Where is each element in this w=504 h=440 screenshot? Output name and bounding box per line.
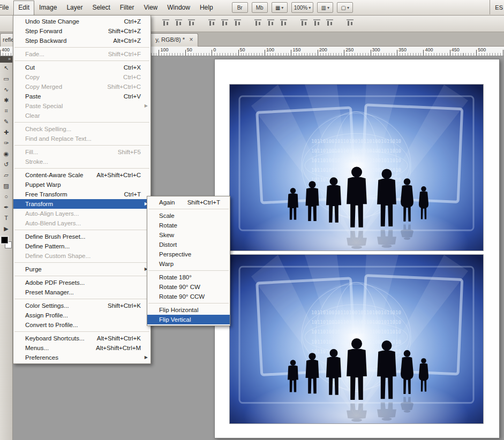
menu-item-scale[interactable]: Scale [147,211,230,221]
distribute-vertical-centers-button[interactable] [266,18,276,28]
align-vertical-centers-button[interactable] [174,18,184,28]
launch-mini-bridge-button[interactable]: Mb [252,2,268,13]
menu-filter[interactable]: Filter [115,1,139,14]
menu-item-paste-special[interactable]: Paste Special▶ [13,101,151,111]
distribute-horizontal-centers-button[interactable] [312,18,322,28]
menu-item-clear[interactable]: Clear [13,111,151,120]
menu-image[interactable]: Image [34,1,62,14]
menu-item-convert-to-profile[interactable]: Convert to Profile... [13,320,151,330]
crop-tool[interactable]: ⌗ [0,105,12,116]
menu-item-keyboard-shortcuts[interactable]: Keyboard Shortcuts...Alt+Shift+Ctrl+K [13,333,151,343]
menu-item-check-spelling[interactable]: Check Spelling... [13,124,151,134]
menu-item-step-forward[interactable]: Step ForwardShift+Ctrl+Z [13,26,151,36]
menu-item-rotate[interactable]: Rotate [147,221,230,230]
menu-item-shortcut: Ctrl+X [124,63,141,72]
menu-item-perspective[interactable]: Perspective [147,249,230,259]
menu-item-content-aware-scale[interactable]: Content-Aware ScaleAlt+Shift+Ctrl+C [13,170,151,180]
menu-item-define-custom-shape[interactable]: Define Custom Shape... [13,251,151,261]
move-tool[interactable]: ↖ [0,63,12,73]
menu-item-label: Find and Replace Text... [25,134,141,143]
spot-healing-brush-tool[interactable]: ✚ [0,127,12,138]
eyedropper-tool[interactable]: ✎ [0,116,12,127]
menu-item-flip-vertical[interactable]: Flip Vertical [147,315,230,324]
menu-window[interactable]: Window [162,1,195,14]
workspace-switcher-button[interactable]: ES [490,0,504,14]
menu-item-auto-blend-layers[interactable]: Auto-Blend Layers... [13,218,151,228]
history-brush-tool[interactable]: ↺ [0,159,12,170]
menu-item-warp[interactable]: Warp [147,259,230,269]
ruler-label: 200 [319,47,327,52]
arrange-documents-button[interactable]: ▥▾ [317,2,333,13]
menu-edit[interactable]: Edit [13,1,34,15]
distribute-bottom-edges-button[interactable] [279,18,289,28]
auto-align-layers-button[interactable] [345,18,355,28]
menu-item-color-settings[interactable]: Color Settings...Shift+Ctrl+K [13,301,151,310]
menu-item-adobe-pdf-presets[interactable]: Adobe PDF Presets... [13,278,151,287]
menu-item-label: Again [159,198,178,207]
menu-item-transform[interactable]: Transform▶ [13,199,151,209]
menu-item-paste[interactable]: PasteCtrl+V [13,92,151,101]
menu-item-preset-manager[interactable]: Preset Manager... [13,287,151,297]
brush-tool[interactable]: ✑ [0,138,12,148]
menu-item-preferences[interactable]: Preferences▶ [13,353,151,362]
align-top-edges-button[interactable] [161,18,171,28]
align-horizontal-centers-button[interactable] [220,18,230,28]
foreground-color-swatch[interactable] [1,237,8,244]
pen-tool[interactable]: ✒ [0,202,12,213]
menu-item-free-transform[interactable]: Free TransformCtrl+T [13,189,151,199]
menu-item-rotate-90-cw[interactable]: Rotate 90° CW [147,282,230,292]
path-selection-tool[interactable]: ▶ [0,223,12,234]
align-left-edges-button[interactable] [207,18,217,28]
view-extras-button[interactable]: ▦▾ [272,2,288,13]
menu-item-again[interactable]: AgainShift+Ctrl+T [147,198,230,207]
menu-item-find-and-replace-text[interactable]: Find and Replace Text... [13,134,151,143]
menu-item-define-pattern[interactable]: Define Pattern... [13,241,151,251]
menu-item-skew[interactable]: Skew [147,230,230,240]
screen-mode-button[interactable]: ▢▾ [337,2,353,13]
menu-item-rotate-180[interactable]: Rotate 180° [147,272,230,282]
menu-layer[interactable]: Layer [62,1,87,14]
quick-selection-tool[interactable]: ✱ [0,95,12,105]
menu-view[interactable]: View [139,1,162,14]
clone-stamp-tool[interactable]: ◉ [0,148,12,159]
menu-item-distort[interactable]: Distort [147,240,230,249]
menu-select[interactable]: Select [87,1,115,14]
menu-item-undo-state-change[interactable]: Undo State ChangeCtrl+Z [13,17,151,26]
menu-help[interactable]: Help [195,1,218,14]
menu-item-auto-align-layers[interactable]: Auto-Align Layers... [13,209,151,218]
menu-item-fade[interactable]: Fade...Shift+Ctrl+F [13,49,151,59]
menu-file[interactable]: File [0,1,13,14]
menu-item-stroke[interactable]: Stroke... [13,157,151,166]
tab-close-icon[interactable]: × [187,36,195,44]
menu-item-rotate-90-ccw[interactable]: Rotate 90° CCW [147,292,230,301]
distribute-horizontal-centers-icon [313,19,320,26]
distribute-right-edges-button[interactable] [325,18,335,28]
menu-item-assign-profile[interactable]: Assign Profile... [13,310,151,320]
menu-item-cut[interactable]: CutCtrl+X [13,63,151,72]
arrange-documents-button-label: ▥ [321,5,326,11]
align-right-edges-button[interactable] [232,18,243,28]
type-tool[interactable]: T [0,213,12,223]
menu-item-copy[interactable]: CopyCtrl+C [13,72,151,82]
menu-item-define-brush-preset[interactable]: Define Brush Preset... [13,232,151,241]
launch-bridge-button[interactable]: Br [232,2,248,13]
menu-item-flip-horizontal[interactable]: Flip Horizontal [147,305,230,315]
blur-tool[interactable]: ○ [0,191,12,202]
menu-item-puppet-warp[interactable]: Puppet Warp [13,180,151,189]
menu-item-fill[interactable]: Fill...Shift+F5 [13,147,151,157]
dropdown-caret-icon: ▾ [347,5,349,10]
lasso-tool[interactable]: ∿ [0,84,12,95]
gradient-tool[interactable]: ▨ [0,180,12,191]
rectangular-marquee-tool[interactable]: ▭ [0,73,12,84]
align-bottom-edges-button[interactable] [186,18,197,28]
menu-item-step-backward[interactable]: Step BackwardAlt+Ctrl+Z [13,36,151,45]
distribute-top-edges-button[interactable] [253,18,263,28]
menu-item-copy-merged[interactable]: Copy MergedShift+Ctrl+C [13,82,151,92]
panel-collapse-icon[interactable]: » [0,56,12,63]
distribute-left-edges-button[interactable] [299,18,309,28]
menu-item-menus[interactable]: Menus...Alt+Shift+Ctrl+M [13,343,151,353]
zoom-level-button[interactable]: 100%▾ [291,2,314,13]
menu-item-purge[interactable]: Purge▶ [13,264,151,274]
ruler-label: 150 [292,47,300,52]
eraser-tool[interactable]: ▱ [0,170,12,180]
